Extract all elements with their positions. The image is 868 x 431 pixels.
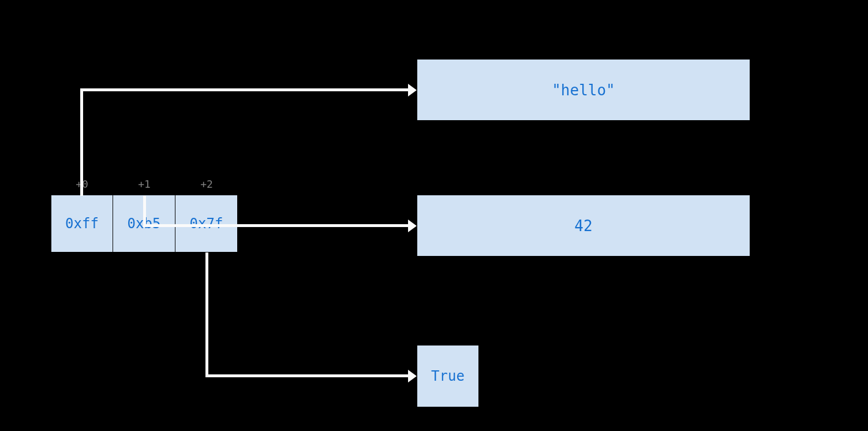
arrow-2-head: [408, 220, 417, 232]
arrow-3-head: [408, 370, 417, 382]
object-boolean: True: [417, 345, 479, 407]
offset-label-2: +2: [175, 178, 238, 190]
arrow-2-vertical: [143, 196, 146, 227]
offset-labels-row: +0 +1 +2: [51, 178, 238, 190]
diagram-canvas: +0 +1 +2 0xff 0xb5 0x7f "hello" 42 True: [0, 0, 868, 431]
arrow-2-horizontal: [144, 224, 408, 227]
byte-cell-2: 0x7f: [175, 195, 238, 252]
arrow-1-vertical: [80, 90, 83, 196]
byte-cell-0: 0xff: [51, 195, 113, 252]
arrow-3-horizontal: [205, 374, 408, 377]
arrow-1-horizontal: [80, 88, 408, 91]
arrow-1-head: [408, 84, 417, 96]
offset-label-1: +1: [113, 178, 175, 190]
object-string: "hello": [417, 59, 750, 121]
arrow-3-vertical: [205, 252, 208, 376]
object-integer: 42: [417, 195, 750, 257]
